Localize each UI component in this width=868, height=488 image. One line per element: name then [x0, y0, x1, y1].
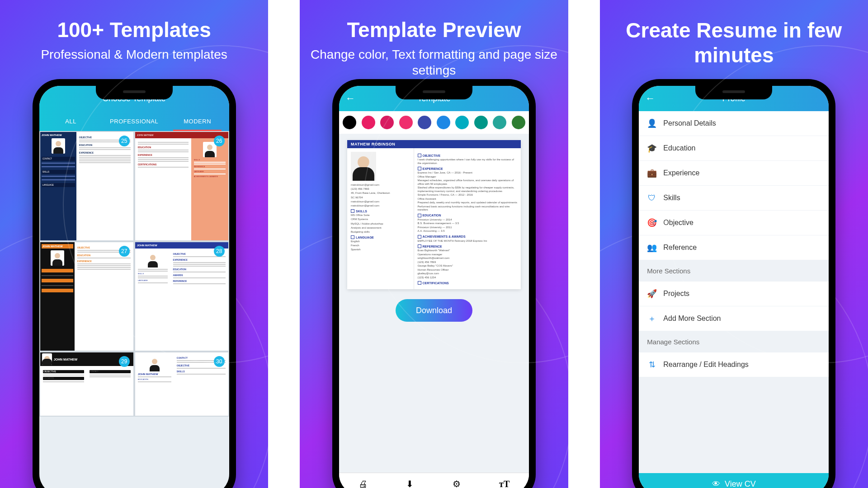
doc-text: George Bailey "COS Movers" [418, 264, 517, 268]
avatar-icon [148, 356, 161, 371]
doc-text: EMPLOYEE OF THE MONTH February 2018 Expr… [418, 239, 517, 243]
profile-item-label: Experience [663, 169, 699, 177]
doc-text: Human Resources Officer [418, 268, 517, 272]
profile-item[interactable]: 👥Reference [639, 235, 829, 260]
language-heading: LANGUAGE [351, 235, 410, 239]
color-swatch[interactable] [493, 116, 506, 129]
skills-icon: 🛡 [647, 193, 657, 203]
template-tabs: ALL PROFESSIONAL MODERN [39, 111, 229, 131]
profile-item[interactable]: 👤Personal Details [639, 111, 829, 136]
mini-name: JOHN MATHEW [137, 244, 157, 247]
color-swatch[interactable] [474, 116, 488, 129]
profile-item[interactable]: ＋Add More Section [639, 306, 829, 331]
avatar-icon [51, 250, 64, 266]
color-swatch[interactable] [362, 116, 375, 129]
profile-item-label: Objective [663, 219, 693, 227]
phone-frame-2: ← Template MATHEW ROBINSON matrobison@gm… [332, 79, 536, 488]
panel1-title: 100+ Templates [0, 18, 268, 42]
color-swatch[interactable] [343, 116, 356, 129]
doc-text: 45, Front Base Lane, Charleston [351, 192, 410, 195]
panel2-subtitle: Change color, Text formatting and page s… [300, 47, 568, 78]
template-card[interactable]: 28 JOHN MATHEW SKILLSLANGUAGE OBJECTIVEE… [135, 242, 228, 351]
doc-section-title: EDUCATION [418, 214, 517, 217]
profile-item-label: Rearrange / Edit Headings [663, 361, 749, 369]
section-header: Manage Sections [639, 331, 829, 352]
appbar-template: ← Template [339, 86, 529, 111]
doc-text: Office Assistant [418, 197, 517, 201]
doc-text: SC 96704 [351, 196, 410, 199]
template-badge: 27 [119, 246, 130, 257]
template-card[interactable]: 30 JOHN MATHEWEDUCATION CONTACTOBJECTIVE… [135, 352, 228, 416]
template-card[interactable]: 25 JOHN MATHEWCONTACTSKILLSLANGUAGE OBJE… [40, 132, 133, 240]
doc-text: Express Inc / San Jose, CA — 2016 - Pres… [418, 171, 517, 175]
mini-name: JOHN MATHEW [42, 134, 75, 136]
doc-text: MS Office Suite [351, 214, 410, 217]
settings-icon[interactable]: ⚙ [453, 479, 461, 488]
color-swatch[interactable] [418, 116, 431, 129]
panel1-subtitle: Professional & Modern templates [0, 47, 268, 62]
doc-text: Operations manager [418, 253, 517, 257]
doc-text: B.S. Business management — 3.5 [418, 222, 517, 225]
doc-text: Analysis and assessment [351, 226, 410, 230]
doc-text: CRM Systems [351, 218, 410, 221]
color-swatches [339, 111, 529, 134]
doc-text: gbailey@cos.com [418, 272, 517, 276]
profile-item-label: Projects [663, 290, 689, 298]
color-swatch[interactable] [380, 116, 394, 129]
profile-item[interactable]: 🚀Projects [639, 282, 829, 306]
experience-icon: 💼 [647, 168, 657, 178]
reference-icon: 👥 [647, 243, 657, 253]
download-icon[interactable]: ⬇ [406, 479, 414, 488]
doc-text: Office Manager [418, 175, 517, 179]
bottom-toolbar: 🖨 ⬇ ⚙ тT [339, 473, 529, 488]
print-icon[interactable]: 🖨 [359, 479, 368, 488]
doc-text: A.A. Accounting — 3.5 [418, 230, 517, 233]
doc-section-title: REFERENCE [418, 244, 517, 248]
doc-text: (123) 456 7893 [351, 188, 410, 191]
mini-name: JOHN MATHEW [137, 134, 154, 136]
download-button[interactable]: Download [396, 299, 472, 322]
doc-text: Evan Bightworth "Walmart" [418, 249, 517, 253]
appbar-profile: ← Profile [639, 86, 829, 111]
profile-item-label: Personal Details [663, 119, 716, 127]
profile-item[interactable]: 🎯Objective [639, 211, 829, 235]
eye-icon: 👁 [712, 479, 720, 488]
template-card[interactable]: 26 JOHN MATHEW EDUCATIONEXPERIENCECERTIF… [135, 132, 228, 240]
doc-section-title: EXPERIENCE [418, 167, 517, 170]
template-badge: 25 [119, 136, 130, 146]
panel3-title: Create Resume in few minutes [600, 18, 868, 68]
tab-all[interactable]: ALL [39, 111, 103, 131]
panel2-title: Template Preview [300, 18, 568, 42]
template-card[interactable]: 29 JOHN MATHEW OBJECTIVE EDUCATION CONTA… [40, 352, 133, 416]
doc-name: MATHEW ROBINSON [347, 140, 521, 148]
doc-text: Princeton University — 2014 [418, 218, 517, 222]
profile-item[interactable]: ⇅Rearrange / Edit Headings [639, 352, 829, 377]
doc-text: English [351, 240, 410, 243]
back-icon[interactable]: ← [345, 93, 355, 104]
color-swatch[interactable] [437, 116, 450, 129]
color-swatch[interactable] [455, 116, 469, 129]
text-format-icon[interactable]: тT [499, 479, 509, 488]
profile-item-label: Education [663, 144, 695, 152]
objective-icon: 🎯 [647, 218, 657, 228]
doc-text: MySQL / Adobe photoshop [351, 222, 410, 225]
doc-text: (123) 456 7893 [418, 261, 517, 264]
color-swatch[interactable] [512, 116, 525, 129]
template-badge: 26 [214, 136, 225, 146]
view-cv-button[interactable]: 👁 View CV [639, 473, 829, 488]
profile-item[interactable]: 🎓Education [639, 136, 829, 161]
profile-item-label: Reference [663, 244, 697, 252]
doc-text: matrobison@gmail.com [351, 204, 410, 207]
tab-professional[interactable]: PROFESSIONAL [103, 111, 166, 131]
avatar-icon [351, 152, 376, 181]
template-card[interactable]: 27 JOHN MATHEW OBJECTIVEEDUCATIONEXPERIE… [40, 242, 133, 351]
phone-frame-3: ← Profile 👤Personal Details🎓Education💼Ex… [632, 79, 835, 488]
avatar-icon [42, 353, 52, 365]
add-icon: ＋ [647, 314, 657, 324]
color-swatch[interactable] [399, 116, 413, 129]
avatar-icon [52, 138, 65, 154]
back-icon[interactable]: ← [645, 93, 655, 104]
tab-modern[interactable]: MODERN [166, 111, 229, 131]
profile-item[interactable]: 🛡Skills [639, 186, 829, 211]
profile-item[interactable]: 💼Experience [639, 161, 829, 186]
